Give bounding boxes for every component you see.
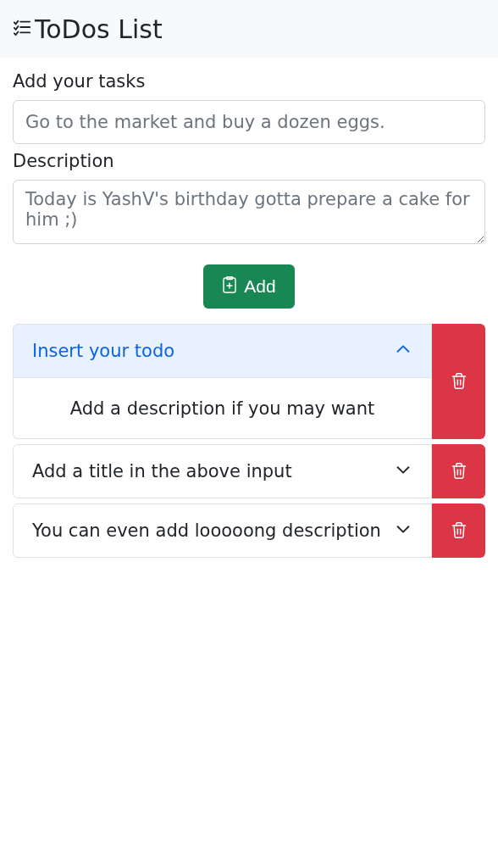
delete-button[interactable] — [432, 444, 485, 498]
accordion-header[interactable]: Insert your todo — [13, 324, 432, 378]
task-label: Add your tasks — [13, 71, 485, 92]
todo-title: Add a title in the above input — [32, 461, 292, 481]
add-row: Add — [13, 264, 485, 309]
list-check-icon — [13, 18, 31, 40]
accordion-header[interactable]: You can even add looooong description — [13, 504, 432, 558]
description-label: Description — [13, 151, 485, 171]
todo-description: Add a description if you may want — [70, 398, 375, 419]
todo-accordion: You can even add looooong description — [13, 504, 432, 558]
trash-icon — [451, 520, 468, 542]
app-header: ToDos List — [0, 0, 498, 58]
chevron-down-icon — [394, 520, 412, 542]
accordion-body: Add a description if you may want — [13, 378, 432, 439]
delete-button[interactable] — [432, 504, 485, 558]
app-title: ToDos List — [35, 14, 163, 44]
trash-icon — [451, 371, 468, 392]
accordion-header[interactable]: Add a title in the above input — [13, 444, 432, 498]
todo-item: You can even add looooong description — [13, 504, 485, 558]
add-button-label: Add — [244, 276, 275, 297]
todo-item: Insert your todo Add a description if yo… — [13, 324, 485, 439]
task-input[interactable] — [13, 100, 485, 144]
trash-icon — [451, 461, 468, 482]
description-input[interactable] — [13, 180, 485, 244]
todo-title: You can even add looooong description — [32, 520, 381, 541]
todo-title: Insert your todo — [32, 341, 174, 361]
chevron-down-icon — [394, 460, 412, 483]
main-container: Add your tasks Description Add Insert yo… — [0, 58, 498, 558]
delete-button[interactable] — [432, 324, 485, 439]
todo-item: Add a title in the above input — [13, 444, 485, 498]
clipboard-plus-icon — [222, 276, 237, 298]
todo-accordion: Insert your todo Add a description if yo… — [13, 324, 432, 439]
add-button[interactable]: Add — [203, 264, 294, 309]
todo-accordion: Add a title in the above input — [13, 444, 432, 498]
chevron-up-icon — [394, 340, 412, 363]
